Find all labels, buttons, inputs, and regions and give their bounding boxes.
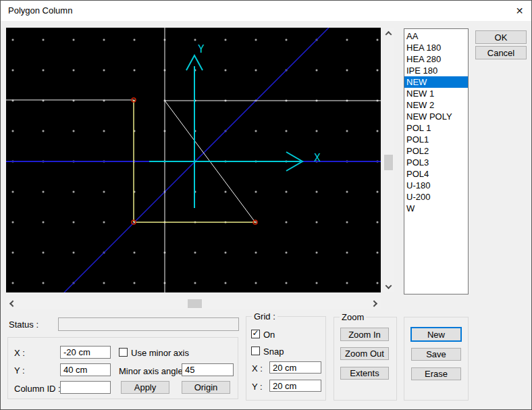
list-item[interactable]: POL2 (404, 145, 468, 157)
use-minor-axis-label: Use minor axis (131, 348, 189, 358)
x-axis-label: X (314, 151, 321, 164)
erase-button[interactable]: Erase (411, 367, 461, 380)
drawing-canvas[interactable]: YX (6, 28, 381, 292)
grid-group-title: Grid : (252, 311, 277, 322)
chevron-up-icon (385, 31, 392, 38)
minor-axis-angle-input[interactable]: 45 (182, 363, 234, 376)
title-bar: Polygon Column ✕ (1, 1, 531, 21)
list-item[interactable]: AA (404, 30, 468, 42)
list-item[interactable]: NEW 1 (404, 88, 468, 99)
vertical-scrollbar[interactable] (383, 28, 394, 292)
close-icon[interactable]: ✕ (507, 1, 532, 21)
scroll-up-button[interactable] (383, 28, 394, 39)
dialog-title: Polygon Column (8, 1, 72, 21)
scroll-right-button[interactable] (369, 298, 381, 309)
y-axis-label: Y (198, 43, 205, 55)
y-input[interactable]: 40 cm (60, 363, 111, 376)
chevron-right-icon (371, 301, 377, 307)
list-item[interactable]: POL1 (404, 134, 468, 145)
use-minor-axis-checkbox[interactable]: ✓ (119, 348, 128, 357)
grid-y-input[interactable]: 20 cm (269, 380, 321, 392)
grid-y-label: Y : (252, 382, 263, 392)
list-item[interactable]: W (404, 203, 468, 214)
x-input[interactable]: -20 cm (60, 346, 111, 359)
list-item[interactable]: NEW POLY (404, 111, 468, 122)
list-item[interactable]: HEA 180 (404, 42, 468, 53)
x-label: X : (14, 348, 25, 358)
cancel-button[interactable]: Cancel (475, 46, 527, 59)
chevron-left-icon (9, 301, 16, 307)
chevron-down-icon (385, 282, 392, 289)
zoom-in-button[interactable]: Zoom In (340, 328, 389, 341)
status-field (58, 317, 239, 331)
minor-axis-line-blue-45deg (64, 28, 329, 292)
list-item[interactable]: U-180 (404, 180, 468, 191)
list-item[interactable]: HEA 280 (404, 53, 468, 65)
scroll-down-button[interactable] (383, 281, 394, 292)
zoom-out-button[interactable]: Zoom Out (340, 347, 389, 360)
column-id-input[interactable] (60, 381, 111, 394)
canvas-drawing-layer: YX (6, 28, 381, 292)
zoom-extents-button[interactable]: Extents (340, 367, 389, 380)
grid-on-checkbox[interactable]: ✓ (251, 330, 260, 338)
save-button[interactable]: Save (411, 348, 461, 361)
grid-on-label: On (263, 330, 275, 340)
column-id-label: Column ID : (14, 384, 61, 394)
zoom-group-title: Zoom (340, 312, 366, 322)
list-item[interactable]: NEW 2 (404, 99, 468, 111)
profiles-listbox[interactable]: AAHEA 180HEA 280IPE 180NEWNEW 1NEW 2NEW … (404, 28, 469, 294)
list-item[interactable]: NEW (404, 76, 468, 88)
grid-x-label: X : (252, 363, 263, 374)
y-label: Y : (14, 365, 25, 376)
horizontal-scrollbar-thumb[interactable] (188, 299, 202, 308)
grid-snap-label: Snap (263, 347, 284, 357)
checkmark-icon: ✓ (252, 330, 259, 337)
polygon-column-dialog: Polygon Column ✕ YX AAHEA 180HEA 280IPE … (0, 0, 532, 410)
list-item[interactable]: POL3 (404, 157, 468, 168)
origin-button[interactable]: Origin (182, 381, 230, 394)
ok-button[interactable]: OK (475, 30, 527, 44)
list-item[interactable]: POL4 (404, 168, 468, 180)
list-item[interactable]: IPE 180 (404, 65, 468, 76)
scroll-left-button[interactable] (6, 298, 18, 309)
vertical-scrollbar-thumb[interactable] (384, 155, 393, 170)
apply-button[interactable]: Apply (121, 381, 169, 394)
new-button[interactable]: New (410, 327, 462, 342)
minor-axis-angle-label: Minor axis angle : (119, 366, 188, 376)
horizontal-scrollbar[interactable] (6, 298, 381, 309)
status-label: Status : (9, 319, 38, 330)
grid-x-input[interactable]: 20 cm (269, 361, 321, 374)
list-item[interactable]: POL 1 (404, 122, 468, 134)
grid-snap-checkbox[interactable]: ✓ (251, 347, 260, 355)
list-item[interactable]: U-200 (404, 191, 468, 203)
